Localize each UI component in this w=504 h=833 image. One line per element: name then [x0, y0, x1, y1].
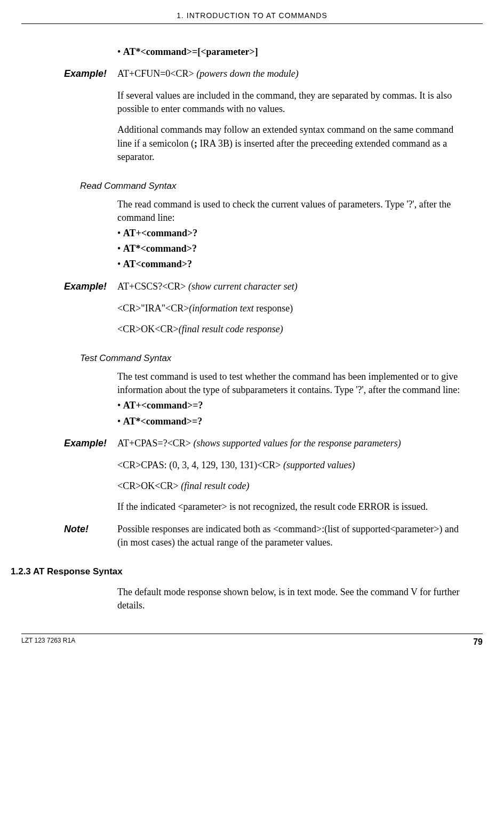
- example-cmd: AT+CSCS?<CR>: [117, 281, 188, 292]
- bullet-item: AT+<command>?: [117, 227, 469, 240]
- response-line: <CR>OK<CR> (final result code): [117, 479, 469, 493]
- text-italic: (final result code response): [179, 324, 283, 334]
- response-line: <CR>OK<CR>(final result code response): [117, 323, 469, 336]
- response-line: <CR>CPAS: (0, 3, 4, 129, 130, 131)<CR> (…: [117, 459, 469, 472]
- paragraph: Additional commands may follow an extend…: [117, 123, 469, 164]
- text-italic: (supported values): [283, 460, 355, 470]
- note-1: Note! Possible responses are indicated b…: [21, 523, 483, 549]
- footer-rule: [21, 634, 483, 634]
- header-rule: [21, 23, 483, 24]
- response-line: <CR>"IRA"<CR>(information text response): [117, 302, 469, 315]
- footer-page-number: 79: [473, 636, 483, 648]
- example-body: AT+CFUN=0<CR> (powers down the module): [117, 67, 469, 81]
- text-italic: (information text: [189, 303, 256, 314]
- example-label: Example!: [64, 280, 117, 293]
- example-body: AT+CSCS?<CR> (show current character set…: [117, 280, 469, 293]
- example-cmd: AT+CFUN=0<CR>: [117, 68, 196, 79]
- page-header-title: 1. INTRODUCTION TO AT COMMANDS: [21, 11, 483, 23]
- example-3: Example! AT+CPAS=?<CR> (shows supported …: [21, 437, 483, 450]
- paragraph: The read command is used to check the cu…: [117, 198, 469, 225]
- bullet-item: AT*<command>=[<parameter>]: [117, 45, 469, 59]
- paragraph: The default mode response shown below, i…: [117, 586, 469, 612]
- text: <CR>OK<CR>: [117, 480, 181, 491]
- text-italic: (final result code): [181, 480, 249, 491]
- footer-doc-id: LZT 123 7263 R1A: [21, 636, 75, 648]
- example-note: (shows supported values for the response…: [193, 438, 401, 448]
- section-heading: 1.2.3 AT Response Syntax: [11, 565, 483, 578]
- text: <CR>OK<CR>: [117, 324, 179, 334]
- read-bullet-list: AT+<command>? AT*<command>? AT<command>?: [117, 227, 469, 271]
- paragraph: If the indicated <parameter> is not reco…: [117, 500, 469, 514]
- bullet-item: AT*<command>=?: [117, 415, 469, 428]
- example-note: (show current character set): [188, 281, 298, 292]
- example-2: Example! AT+CSCS?<CR> (show current char…: [21, 280, 483, 293]
- subheading-test: Test Command Syntax: [80, 352, 483, 365]
- example-1: Example! AT+CFUN=0<CR> (powers down the …: [21, 67, 483, 81]
- note-label: Note!: [64, 523, 117, 549]
- text: <CR>CPAS: (0, 3, 4, 129, 130, 131)<CR>: [117, 460, 283, 470]
- example-cmd: AT+CPAS=?<CR>: [117, 438, 193, 448]
- bullet-item: AT+<command>=?: [117, 399, 469, 412]
- text: <CR>"IRA"<CR>: [117, 303, 189, 314]
- example-note: (powers down the module): [196, 68, 298, 79]
- test-bullet-list: AT+<command>=? AT*<command>=?: [117, 399, 469, 428]
- bullet-item: AT*<command>?: [117, 242, 469, 255]
- top-bullet-list: AT*<command>=[<parameter>]: [117, 45, 469, 59]
- bullet-item: AT<command>?: [117, 258, 469, 271]
- text: response): [256, 303, 293, 314]
- paragraph: If several values are included in the co…: [117, 89, 469, 116]
- example-body: AT+CPAS=?<CR> (shows supported values fo…: [117, 437, 469, 450]
- subheading-read: Read Command Syntax: [80, 180, 483, 193]
- example-label: Example!: [64, 67, 117, 81]
- paragraph: The test command is used to test whether…: [117, 370, 469, 397]
- page-footer: LZT 123 7263 R1A 79: [21, 636, 483, 648]
- example-label: Example!: [64, 437, 117, 450]
- note-body: Possible responses are indicated both as…: [117, 523, 469, 549]
